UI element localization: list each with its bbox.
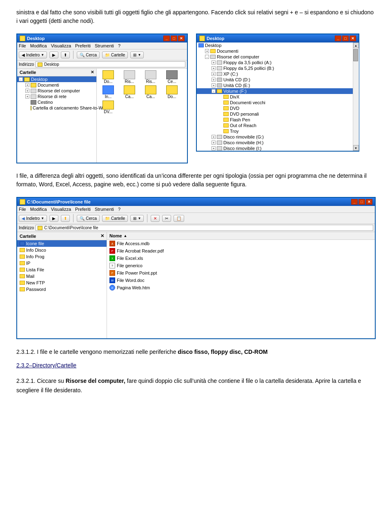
win1-folders-btn[interactable]: 📁 Cartelle — [102, 51, 128, 58]
tree2-xp-c[interactable]: + XP (C:) — [197, 71, 353, 77]
win1-views-btn[interactable]: ⊞ ▼ — [130, 51, 144, 58]
tree2-desktop[interactable]: Desktop — [197, 42, 353, 48]
exp-floppy-a[interactable]: + — [212, 60, 216, 65]
right-icon-in[interactable]: In... — [98, 85, 118, 99]
right-icon-do[interactable]: Do... — [98, 70, 118, 84]
file-item-web[interactable]: e Pagina Web.htm — [107, 284, 375, 291]
win3-folders-btn[interactable]: 📁 Cartelle — [102, 215, 128, 222]
file-item-doc[interactable]: W File Word.doc — [107, 277, 375, 284]
exp-cd-d[interactable]: + — [212, 78, 216, 82]
tree2-flash-pen[interactable]: Flash Pen — [197, 117, 353, 123]
win3-copy-btn[interactable]: 📋 — [174, 215, 184, 222]
win3-tree-mail[interactable]: Mail — [17, 273, 107, 279]
right-icon-dv[interactable]: DV... — [98, 101, 118, 114]
win3-minimize-btn[interactable]: _ — [351, 199, 358, 205]
tree2-disco-i[interactable]: + Disco rimovibile (I:) — [197, 145, 353, 151]
exp-xp-c[interactable]: + — [212, 72, 216, 76]
win3-tree-listafile[interactable]: Lista File — [17, 266, 107, 273]
tree-item-caricamento[interactable]: Cartella di caricamento Share-to-Web — [17, 105, 96, 111]
win2-minimize-btn[interactable]: _ — [335, 36, 341, 41]
win2-close-btn[interactable]: ✕ — [350, 36, 356, 41]
win3-close-btn[interactable]: ✕ — [366, 199, 372, 205]
tree2-cd-d[interactable]: + Unità CD (D:) — [197, 77, 353, 83]
win3-address-box[interactable]: C:\Documenti\Prove\Icone file — [36, 225, 373, 231]
win3-menu-modifica[interactable]: Modifica — [30, 207, 47, 212]
expander-risorsir[interactable]: + — [25, 94, 29, 98]
win3-menu-visualizza[interactable]: Visualizza — [51, 207, 71, 212]
exp-vol-f[interactable]: - — [212, 89, 216, 93]
tree2-troy[interactable]: Troy — [197, 128, 353, 134]
win1-menu-preferiti[interactable]: Preferiti — [75, 43, 91, 48]
win3-left-close[interactable]: ✕ — [100, 233, 104, 239]
win1-left-close[interactable]: ✕ — [91, 70, 94, 75]
exp-g[interactable]: + — [212, 135, 216, 139]
tree-item-desktop[interactable]: - Desktop — [17, 76, 96, 82]
win1-close-btn[interactable]: ✕ — [178, 36, 185, 41]
scroll-thumb[interactable] — [353, 49, 358, 61]
exp-floppy-b[interactable]: + — [212, 66, 216, 70]
expander-desktop[interactable]: - — [19, 77, 23, 81]
right-icon-ca2[interactable]: Ca... — [141, 85, 160, 99]
tree2-disco-h[interactable]: + Disco rimovibile (H:) — [197, 140, 353, 145]
win3-menu-strumenti[interactable]: Strumenti — [95, 207, 114, 212]
tree-item-documenti[interactable]: + Documenti — [17, 82, 96, 88]
right-icon-ris2[interactable]: Ris... — [141, 70, 160, 84]
tree-item-risorse-computer[interactable]: + Risorse del computer — [17, 88, 96, 94]
scroll-up-btn[interactable]: ▲ — [353, 42, 359, 48]
win3-tree-password[interactable]: Password — [17, 286, 107, 293]
file-item-mdb[interactable]: A File Access.mdb — [107, 240, 375, 247]
win3-menu-file[interactable]: File — [19, 207, 26, 212]
tree2-floppy-a[interactable]: + Floppy da 3,5 pollici (A:) — [197, 60, 353, 65]
right-icon-ce[interactable]: Ce... — [162, 70, 182, 84]
win3-forward-btn[interactable]: ▶ — [49, 215, 58, 222]
file-item-generic[interactable]: ? File generico — [107, 262, 375, 269]
win3-tree-infoprog[interactable]: Info Prog — [17, 253, 107, 260]
win1-forward-btn[interactable]: ▶ — [49, 51, 58, 58]
tree2-doc-vecchi[interactable]: Documenti vecchi — [197, 100, 353, 105]
win1-menu-strumenti[interactable]: Strumenti — [95, 43, 114, 48]
exp-risorse[interactable]: - — [205, 55, 209, 59]
win1-address-box[interactable]: Desktop — [36, 61, 185, 67]
win3-up-btn[interactable]: ⬆ — [61, 215, 70, 222]
exp-cd-e[interactable]: + — [212, 83, 216, 87]
exp-doc[interactable]: + — [205, 49, 209, 53]
win1-menu-file[interactable]: File — [19, 43, 26, 48]
tree-item-risorse-rete[interactable]: + Risorse di rete — [17, 94, 96, 99]
file-item-ppt[interactable]: P File Power Point.ppt — [107, 269, 375, 277]
scroll-down-btn[interactable]: ▼ — [353, 145, 359, 151]
win1-minimize-btn[interactable]: _ — [163, 36, 170, 41]
win1-up-btn[interactable]: ⬆ — [61, 51, 70, 58]
right-icon-ca1[interactable]: Ca... — [120, 85, 139, 99]
right-icon-do2[interactable]: Do... — [162, 85, 182, 99]
tree2-divx[interactable]: DivX — [197, 94, 353, 100]
tree2-floppy-b[interactable]: + Floppy da 5,25 pollici (B:) — [197, 65, 353, 71]
tree2-dvd-pers[interactable]: DVD personali — [197, 111, 353, 117]
expander-documenti[interactable]: + — [25, 83, 29, 87]
win3-cut-btn[interactable]: ✂ — [162, 215, 171, 222]
tree2-documenti[interactable]: + Documenti — [197, 48, 353, 54]
exp-i[interactable]: + — [212, 146, 216, 150]
win1-menu-help[interactable]: ? — [118, 43, 120, 48]
win3-tree-infodisco[interactable]: Info Disco — [17, 247, 107, 253]
win3-tree-newftp[interactable]: New FTP — [17, 279, 107, 286]
win1-search-btn[interactable]: 🔍 Cerca — [77, 51, 100, 58]
win2-maximize-btn[interactable]: □ — [342, 36, 349, 41]
tree2-disco-g[interactable]: + Disco rimovibile (G:) — [197, 134, 353, 140]
tree2-risorse[interactable]: - Risorse del computer — [197, 54, 353, 60]
win1-menu-modifica[interactable]: Modifica — [30, 43, 47, 48]
win3-tree-icone[interactable]: Icone file — [17, 240, 107, 247]
win3-menu-preferiti[interactable]: Preferiti — [75, 207, 91, 212]
exp-h[interactable]: + — [212, 141, 216, 145]
win3-maximize-btn[interactable]: □ — [359, 199, 365, 205]
win3-menu-help[interactable]: ? — [118, 207, 120, 212]
win1-back-btn[interactable]: ◀ Indietro ▼ — [19, 51, 47, 58]
win1-menu-visualizza[interactable]: Visualizza — [51, 43, 71, 48]
tree2-dvd[interactable]: DVD — [197, 105, 353, 111]
expander-risorse[interactable]: + — [25, 89, 29, 93]
tree2-out-of-reach[interactable]: Out of Reach — [197, 123, 353, 128]
win1-maximize-btn[interactable]: □ — [171, 36, 177, 41]
tree2-vol-f[interactable]: - Volume (F:) — [197, 88, 353, 94]
tree2-cd-e[interactable]: + Unità CD (E:) — [197, 83, 353, 88]
file-item-pdf[interactable]: P File Acrobat Reader.pdf — [107, 247, 375, 255]
win2-scrollbar[interactable]: ▲ ▼ — [353, 42, 359, 151]
